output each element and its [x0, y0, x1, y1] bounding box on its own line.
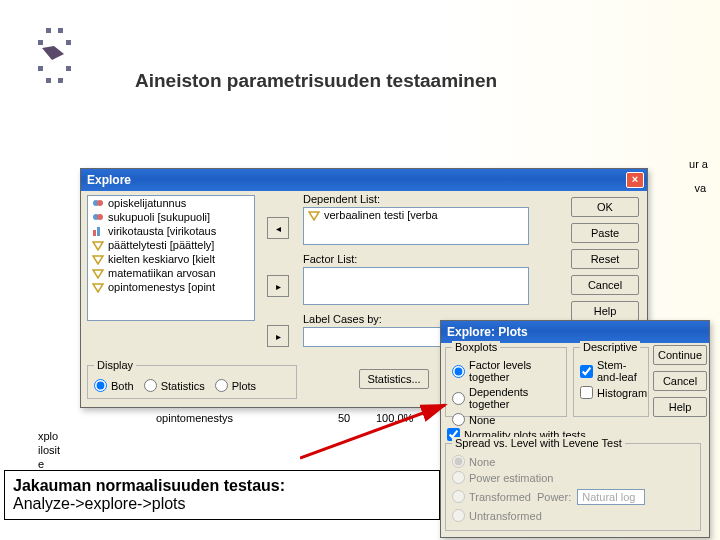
variable-list[interactable]: opiskelijatunnus sukupuoli [sukupuoli] v… [87, 195, 255, 321]
power-select: Natural log [577, 489, 645, 505]
var-icon [92, 253, 104, 265]
svg-rect-3 [66, 40, 71, 45]
statistics-button[interactable]: Statistics... [359, 369, 429, 389]
note-line2: Analyze->explore->plots [13, 495, 186, 512]
group-label: Boxplots [452, 341, 500, 353]
list-item: virikotausta [virikotaus [88, 224, 254, 238]
spread-group: Spread vs. Level with Levene Test None P… [445, 443, 701, 531]
stem-check[interactable]: Stem-and-leaf [580, 359, 642, 383]
help-button[interactable]: Help [653, 397, 707, 417]
bg-table-label: opintomenestys [156, 412, 233, 424]
spread-transformed-radio: Transformed [452, 490, 531, 503]
var-icon [92, 281, 104, 293]
var-icon [92, 267, 104, 279]
move-to-dependent-button[interactable]: ◂ [267, 217, 289, 239]
svg-rect-5 [66, 66, 71, 71]
reset-button[interactable]: Reset [571, 249, 639, 269]
descriptive-group: Descriptive Stem-and-leaf Histogram [573, 347, 649, 417]
spread-power-radio: Power estimation [452, 471, 694, 484]
list-item: kielten keskiarvo [kielt [88, 252, 254, 266]
boxplots-factorlevels-radio[interactable]: Factor levels together [452, 359, 560, 383]
list-item: päättelytesti [päättely] [88, 238, 254, 252]
plots-dialog: Explore: Plots Boxplots Factor levels to… [440, 320, 710, 538]
power-label: Power: [537, 491, 571, 503]
list-item: opintomenestys [opint [88, 280, 254, 294]
group-label: Spread vs. Level with Levene Test [452, 437, 625, 449]
boxplots-group: Boxplots Factor levels together Dependen… [445, 347, 567, 417]
boxplots-dependents-radio[interactable]: Dependents together [452, 386, 560, 410]
move-to-factor-button[interactable]: ▸ [267, 275, 289, 297]
var-icon [92, 197, 104, 209]
bg-text: ur a [689, 158, 708, 170]
bg-table-pct: 100,0% [376, 412, 413, 424]
dependent-list[interactable]: verbaalinen testi [verba [303, 207, 529, 245]
bg-left-text: e [38, 458, 44, 470]
display-stats-radio[interactable]: Statistics [144, 379, 205, 392]
titlebar[interactable]: Explore × [81, 169, 647, 191]
svg-rect-13 [97, 227, 100, 236]
boxplots-none-radio[interactable]: None [452, 413, 560, 426]
svg-rect-2 [38, 40, 43, 45]
ok-button[interactable]: OK [571, 197, 639, 217]
list-item: verbaalinen testi [verba [304, 208, 528, 222]
display-plots-radio[interactable]: Plots [215, 379, 256, 392]
var-icon [92, 239, 104, 251]
list-item: sukupuoli [sukupuoli] [88, 210, 254, 224]
page-title: Aineiston parametrisuuden testaaminen [135, 70, 497, 92]
bg-text: va [694, 182, 706, 194]
spread-untransformed-radio: Untransformed [452, 509, 694, 522]
note-line1: Jakauman normaalisuuden testaus: [13, 477, 285, 494]
cancel-button[interactable]: Cancel [653, 371, 707, 391]
svg-line-14 [300, 405, 445, 458]
dialog-title: Explore: Plots [447, 325, 528, 339]
svg-rect-6 [46, 78, 51, 83]
var-icon [92, 225, 104, 237]
svg-rect-7 [58, 78, 63, 83]
titlebar[interactable]: Explore: Plots [441, 321, 709, 343]
labelcases-label: Label Cases by: [303, 313, 382, 325]
dependent-label: Dependent List: [303, 193, 380, 205]
display-both-radio[interactable]: Both [94, 379, 134, 392]
var-icon [92, 211, 104, 223]
close-icon[interactable]: × [626, 172, 644, 188]
svg-rect-1 [58, 28, 63, 33]
var-icon [308, 209, 320, 221]
svg-point-9 [97, 200, 103, 206]
svg-rect-4 [38, 66, 43, 71]
annotation-note: Jakauman normaalisuuden testaus: Analyze… [4, 470, 440, 520]
group-label: Display [94, 359, 136, 371]
svg-rect-0 [46, 28, 51, 33]
spread-none-radio: None [452, 455, 694, 468]
logo [38, 28, 72, 90]
factor-list[interactable] [303, 267, 529, 305]
help-button[interactable]: Help [571, 301, 639, 321]
svg-rect-12 [93, 230, 96, 236]
bg-left-text: ilosit [38, 444, 60, 456]
display-group: Display Both Statistics Plots [87, 365, 297, 399]
cancel-button[interactable]: Cancel [571, 275, 639, 295]
move-to-labelcases-button[interactable]: ▸ [267, 325, 289, 347]
paste-button[interactable]: Paste [571, 223, 639, 243]
hist-check[interactable]: Histogram [580, 386, 642, 399]
bg-table-n: 50 [338, 412, 350, 424]
list-item: opiskelijatunnus [88, 196, 254, 210]
dialog-title: Explore [87, 173, 131, 187]
factor-label: Factor List: [303, 253, 357, 265]
group-label: Descriptive [580, 341, 640, 353]
list-item: matematiikan arvosan [88, 266, 254, 280]
continue-button[interactable]: Continue [653, 345, 707, 365]
bg-left-text: xplo [38, 430, 58, 442]
svg-point-11 [97, 214, 103, 220]
